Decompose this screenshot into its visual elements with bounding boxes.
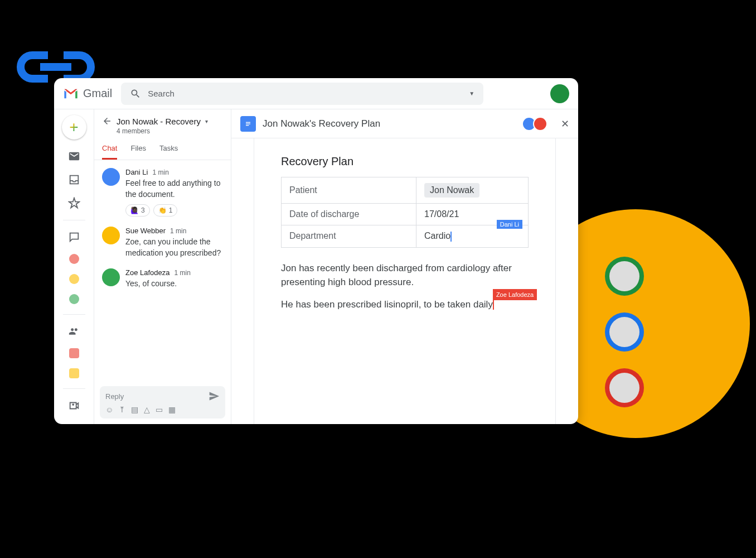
tab-files[interactable]: Files	[130, 144, 146, 160]
table-cell-value: Cardio Dani Li	[416, 225, 529, 248]
document-table: Patient Jon Nowak Date of discharge 17/0…	[281, 177, 529, 248]
svg-rect-3	[246, 125, 249, 126]
document-paragraph: Jon has recently been discharged from ca…	[281, 261, 529, 290]
avatar[interactable]	[102, 268, 120, 286]
float-avatar-2	[605, 312, 644, 352]
float-avatar-3	[605, 368, 644, 407]
document-panel: Jon Nowak's Recovery Plan ✕ Recovery Pla…	[231, 109, 578, 424]
rail-divider	[63, 220, 85, 220]
reaction-chip[interactable]: 👏1	[153, 204, 178, 217]
left-rail: +	[54, 109, 94, 424]
msg-author: Zoe Lafodeza	[125, 268, 170, 277]
msg-text: Zoe, can you include the medication you …	[125, 237, 223, 258]
table-cell-label: Department	[282, 225, 416, 248]
rail-chat-contact-2[interactable]	[69, 274, 79, 284]
svg-rect-2	[246, 123, 250, 124]
reaction-chip[interactable]: 🙋🏿‍♀️3	[125, 204, 150, 217]
rail-space-1[interactable]	[69, 348, 79, 358]
chat-messages: Dani Li1 min Feel free to add anything t…	[94, 160, 231, 386]
table-cell-label: Patient	[282, 177, 416, 204]
back-arrow-icon[interactable]	[102, 116, 112, 126]
logo-area[interactable]: Gmail	[63, 86, 112, 102]
table-cell-value: Jon Nowak	[416, 177, 529, 204]
rail-space-2[interactable]	[69, 368, 79, 378]
document-content[interactable]: Recovery Plan Patient Jon Nowak Date of …	[254, 138, 556, 424]
document-heading: Recovery Plan	[281, 155, 529, 168]
chat-header: Jon Nowak - Recovery ▾ 4 members	[94, 109, 231, 138]
spaces-icon[interactable]	[67, 325, 81, 338]
msg-text: Yes, of course.	[125, 278, 223, 290]
mail-icon[interactable]	[67, 150, 81, 163]
drive-icon[interactable]: △	[144, 405, 150, 414]
collab-cursor	[450, 232, 452, 242]
chat-panel: Jon Nowak - Recovery ▾ 4 members Chat Fi…	[94, 109, 231, 424]
msg-text: Feel free to add anything to the documen…	[125, 178, 223, 200]
table-cell-label: Date of discharge	[282, 204, 416, 225]
msg-author: Dani Li	[125, 168, 148, 176]
chat-dropdown-caret-icon[interactable]: ▾	[205, 118, 208, 124]
collaborators	[522, 117, 547, 131]
google-docs-icon	[240, 116, 256, 132]
chat-room-title[interactable]: Jon Nowak - Recovery	[117, 117, 201, 126]
tab-tasks[interactable]: Tasks	[159, 144, 178, 160]
search-options-caret-icon[interactable]: ▼	[469, 90, 474, 97]
collab-cursor	[493, 300, 494, 310]
emoji-icon[interactable]: ☺	[105, 405, 113, 414]
upload-icon[interactable]: ⤒	[119, 405, 125, 414]
rail-divider-2	[63, 314, 85, 315]
calendar-icon[interactable]: ▦	[168, 405, 176, 414]
reply-box[interactable]: Reply ☺ ⤒ ▤ △ ▭ ▦	[100, 386, 225, 419]
tab-chat[interactable]: Chat	[102, 144, 117, 160]
inbox-icon[interactable]	[67, 173, 81, 186]
rail-divider-3	[63, 388, 85, 389]
topbar: Gmail Search ▼	[54, 78, 578, 109]
docs-attach-icon[interactable]: ▤	[131, 405, 138, 414]
body: + Jon Nowak - Recovery ▾	[54, 109, 578, 424]
msg-time: 1 min	[152, 169, 168, 176]
gmail-window: Gmail Search ▼ +	[54, 78, 578, 424]
gmail-brand-text: Gmail	[83, 87, 112, 100]
float-avatar-1	[605, 257, 644, 296]
chat-member-count: 4 members	[117, 127, 223, 135]
search-placeholder: Search	[148, 89, 462, 98]
chat-message: Dani Li1 min Feel free to add anything t…	[102, 168, 223, 217]
send-icon[interactable]	[209, 391, 220, 402]
msg-time: 1 min	[175, 269, 191, 277]
reply-placeholder: Reply	[105, 392, 124, 401]
collaborator-avatar[interactable]	[533, 117, 547, 131]
compose-button[interactable]: +	[62, 115, 86, 140]
svg-rect-1	[246, 122, 250, 122]
table-row: Patient Jon Nowak	[282, 177, 529, 204]
close-icon[interactable]: ✕	[561, 118, 569, 130]
star-icon[interactable]	[67, 196, 81, 210]
chat-tabs: Chat Files Tasks	[94, 138, 231, 160]
video-icon[interactable]: ▭	[156, 405, 163, 414]
document-paragraph-editing: He has been prescribed lisinopril, to be…	[281, 297, 529, 312]
gmail-icon	[63, 86, 79, 102]
search-box[interactable]: Search ▼	[121, 83, 483, 105]
chat-message: Zoe Lafodeza1 min Yes, of course.	[102, 268, 223, 290]
table-row: Date of discharge 17/08/21	[282, 204, 529, 225]
document-header: Jon Nowak's Recovery Plan ✕	[231, 109, 578, 138]
collab-cursor-tag: Dani Li	[497, 220, 522, 229]
msg-time: 1 min	[170, 227, 186, 235]
plus-icon: +	[69, 118, 78, 136]
rail-chat-contact-3[interactable]	[69, 294, 79, 304]
msg-author: Sue Webber	[125, 227, 166, 235]
meet-icon[interactable]	[67, 399, 81, 412]
chat-message: Sue Webber1 min Zoe, can you include the…	[102, 227, 223, 258]
avatar[interactable]	[102, 227, 120, 244]
rail-chat-contact-1[interactable]	[69, 254, 79, 264]
collab-cursor-tag: Zoe Lafodeza	[493, 289, 537, 301]
chat-icon[interactable]	[67, 230, 81, 244]
search-icon	[130, 88, 141, 99]
profile-avatar[interactable]	[550, 84, 569, 103]
table-row: Department Cardio Dani Li	[282, 225, 529, 248]
document-title: Jon Nowak's Recovery Plan	[263, 118, 515, 129]
avatar[interactable]	[102, 168, 120, 186]
